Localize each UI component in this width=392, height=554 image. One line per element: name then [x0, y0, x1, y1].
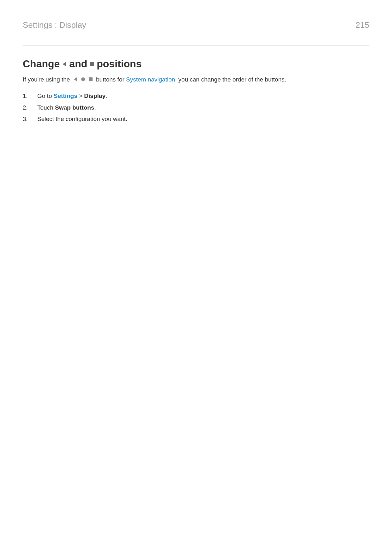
- back-icon: [73, 76, 78, 84]
- back-triangle-icon: [62, 61, 67, 67]
- steps-list: Go to Settings > Display. Touch Swap but…: [23, 91, 369, 124]
- step-1-prefix: Go to: [37, 93, 54, 99]
- step-2-suffix: .: [94, 104, 96, 111]
- intro-part2: buttons for: [96, 76, 126, 83]
- nav-buttons-icon-group: [73, 76, 93, 84]
- recent-icon: [88, 76, 93, 84]
- page-header: Settings : Display 215: [23, 20, 369, 45]
- heading-part1: Change: [23, 58, 60, 70]
- step-3: Select the configuration you want.: [23, 114, 369, 124]
- intro-paragraph: If you're using the buttons for System n…: [23, 75, 369, 84]
- system-navigation-link[interactable]: System navigation: [126, 76, 175, 83]
- main-heading: Change and positions: [23, 58, 369, 70]
- step-1: Go to Settings > Display.: [23, 91, 369, 101]
- breadcrumb: Settings : Display: [23, 20, 86, 30]
- settings-link[interactable]: Settings: [54, 93, 77, 99]
- step-2-bold: Swap buttons: [55, 104, 94, 111]
- step-3-prefix: Select the configuration you want.: [37, 116, 127, 122]
- intro-part3: , you can change the order of the button…: [175, 76, 286, 83]
- step-1-separator: >: [77, 93, 84, 99]
- square-icon: [89, 61, 95, 67]
- intro-part1: If you're using the: [23, 76, 70, 83]
- page-number: 215: [356, 20, 369, 30]
- step-1-suffix: .: [106, 93, 107, 99]
- svg-point-3: [81, 77, 85, 81]
- svg-marker-2: [74, 77, 77, 81]
- step-1-bold: Display: [84, 93, 106, 99]
- heading-part3: positions: [97, 58, 142, 70]
- heading-part2: and: [69, 58, 87, 70]
- step-2-prefix: Touch: [37, 104, 55, 111]
- home-icon: [81, 76, 86, 84]
- svg-marker-0: [63, 62, 66, 66]
- step-2: Touch Swap buttons.: [23, 103, 369, 113]
- svg-rect-1: [90, 62, 94, 66]
- svg-rect-4: [89, 77, 93, 81]
